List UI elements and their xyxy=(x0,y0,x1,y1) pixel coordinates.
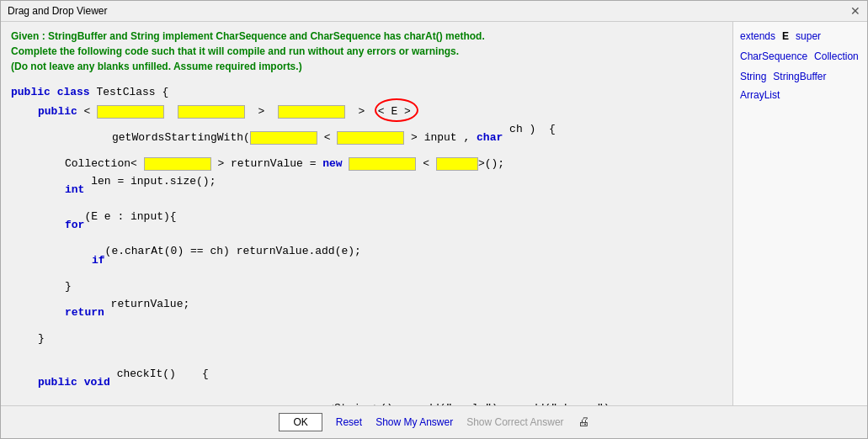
sidebar-item-super[interactable]: super xyxy=(796,30,821,42)
kw-for: for xyxy=(65,217,84,235)
kw-char: char xyxy=(477,130,503,147)
print-icon[interactable]: 🖨 xyxy=(578,415,589,429)
code-line-7: if(e.charAt(0) == ch) returnValue.add(e)… xyxy=(11,243,722,278)
blank-param1[interactable] xyxy=(250,131,317,145)
sidebar-item-charsequence[interactable]: CharSequence xyxy=(740,50,807,62)
blank-generic[interactable] xyxy=(436,157,478,171)
code-area: Given : StringBuffer and String implemen… xyxy=(1,22,732,405)
kw-new: new xyxy=(322,157,342,170)
blank-new-type[interactable] xyxy=(349,157,416,171)
instruction-line2: Complete the following code such that it… xyxy=(11,44,722,59)
kw-return: return xyxy=(65,304,104,322)
collection-text: Collection< > returnValue = new < >(); xyxy=(65,156,504,173)
sidebar-row-2: CharSequence Collection xyxy=(740,50,860,62)
sidebar-item-arraylist[interactable]: ArrayList xyxy=(740,89,780,101)
instruction-line3: (Do not leave any blanks unfilled. Assum… xyxy=(11,59,722,74)
kw-public: public xyxy=(11,84,51,102)
blank-type-param2[interactable] xyxy=(178,105,245,119)
main-window: Drag and Drop Viewer ✕ Given : StringBuf… xyxy=(0,0,868,439)
code-line-blank xyxy=(11,348,722,366)
instruction-text: Given : StringBuffer and String implemen… xyxy=(11,29,722,74)
kw-class: class xyxy=(57,84,90,102)
method-name: getWordsStartingWith( xyxy=(112,130,250,147)
e-label: < E > xyxy=(378,105,411,118)
title-bar: Drag and Drop Viewer ✕ xyxy=(1,1,867,22)
sidebar-item-stringbuffer[interactable]: StringBuffer xyxy=(773,71,826,82)
close-button[interactable]: ✕ xyxy=(850,4,860,18)
sidebar-item-string[interactable]: String xyxy=(740,71,766,82)
footer: OK Reset Show My Answer Show Correct Ans… xyxy=(1,405,867,438)
sidebar-item-collection[interactable]: Collection xyxy=(814,50,859,62)
instruction-line1: Given : StringBuffer and String implemen… xyxy=(11,29,722,44)
kw-int: int xyxy=(65,182,84,199)
window-title: Drag and Drop Viewer xyxy=(8,5,108,17)
code-line-4: Collection< > returnValue = new < >(); xyxy=(11,156,722,173)
sidebar-item-extends[interactable]: extends xyxy=(740,30,775,42)
kw-public3: public xyxy=(38,374,77,392)
sidebar: extends E super CharSequence Collection … xyxy=(732,22,867,405)
code-line-5: int len = input.size(); xyxy=(11,173,722,209)
code-line-9: return returnValue; xyxy=(11,296,722,331)
kw-public2: public xyxy=(38,103,77,121)
show-correct-answer-link: Show Correct Answer xyxy=(466,416,563,428)
ok-button[interactable]: OK xyxy=(279,413,322,431)
code-line-8: } xyxy=(11,278,722,296)
code-line-3: getWordsStartingWith( < > input , char c… xyxy=(11,121,722,156)
blank-param2[interactable] xyxy=(337,131,404,145)
code-line-6: for(E e : input){ xyxy=(11,209,722,244)
sidebar-row-1: extends E super xyxy=(740,30,860,42)
code-line-1: public class TestClass { xyxy=(11,84,722,102)
kw-if: if xyxy=(92,252,105,270)
code-line-10: } xyxy=(11,331,722,348)
kw-void: void xyxy=(84,374,110,392)
sidebar-item-E[interactable]: E xyxy=(782,30,789,42)
show-my-answer-link[interactable]: Show My Answer xyxy=(375,416,453,428)
blank-type-param1[interactable] xyxy=(97,105,164,119)
class-name: TestClass { xyxy=(96,84,168,102)
code-line-12: List<String> a = new ArrayList<String>()… xyxy=(11,400,722,405)
e-container: < E > xyxy=(378,103,411,121)
reset-link[interactable]: Reset xyxy=(336,416,362,428)
blank-type-param3[interactable] xyxy=(278,105,345,119)
sidebar-row-3: String StringBuffer ArrayList xyxy=(740,71,860,101)
main-content: Given : StringBuffer and String implemen… xyxy=(1,22,867,405)
code-line-11: public void checkIt() { xyxy=(11,366,722,401)
code-block: public class TestClass { public < > > < … xyxy=(11,84,722,405)
blank-collection[interactable] xyxy=(144,157,211,171)
code-line-2: public < > > < E > xyxy=(11,103,722,121)
